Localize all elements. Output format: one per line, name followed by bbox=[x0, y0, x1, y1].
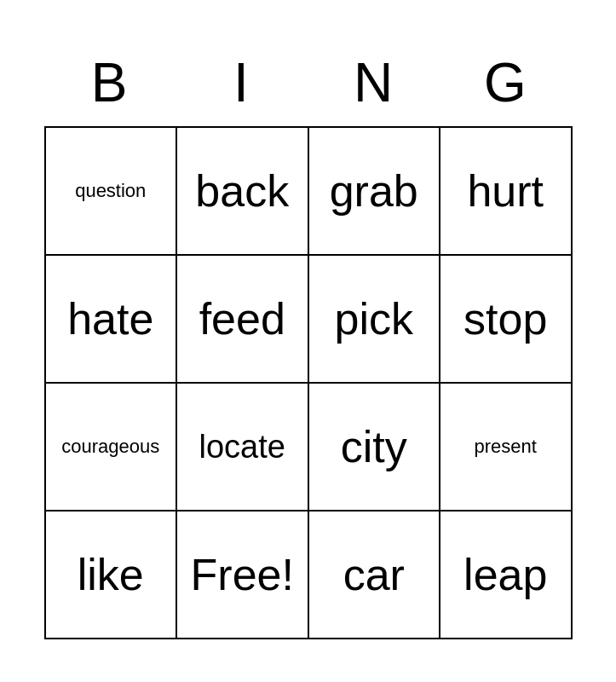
bingo-cell-r3-c0[interactable]: like bbox=[46, 512, 178, 639]
cell-text: pick bbox=[335, 293, 413, 344]
cell-text: Free! bbox=[191, 549, 294, 600]
bingo-cell-r2-c0[interactable]: courageous bbox=[46, 384, 178, 512]
header-letter: B bbox=[44, 43, 176, 126]
cell-text: question bbox=[75, 180, 146, 202]
bingo-cell-r1-c2[interactable]: pick bbox=[309, 256, 441, 384]
bingo-cell-r2-c1[interactable]: locate bbox=[177, 384, 309, 512]
bingo-cell-r3-c3[interactable]: leap bbox=[440, 512, 573, 639]
bingo-cell-r0-c0[interactable]: question bbox=[46, 128, 178, 256]
cell-text: grab bbox=[330, 165, 418, 217]
cell-text: locate bbox=[199, 429, 285, 465]
bingo-cell-r1-c3[interactable]: stop bbox=[440, 256, 573, 384]
cell-text: feed bbox=[199, 293, 285, 344]
bingo-cell-r0-c1[interactable]: back bbox=[177, 128, 309, 256]
bingo-card: BING questionbackgrabhurthatefeedpicksto… bbox=[44, 43, 573, 639]
cell-text: city bbox=[341, 421, 407, 472]
bingo-cell-r0-c2[interactable]: grab bbox=[309, 128, 441, 256]
bingo-cell-r0-c3[interactable]: hurt bbox=[440, 128, 573, 256]
cell-text: hurt bbox=[467, 165, 544, 217]
cell-text: back bbox=[195, 165, 289, 217]
header-letter: G bbox=[440, 43, 573, 126]
cell-text: car bbox=[343, 549, 405, 600]
bingo-header: BING bbox=[44, 43, 573, 126]
bingo-cell-r1-c1[interactable]: feed bbox=[177, 256, 309, 384]
bingo-cell-r3-c2[interactable]: car bbox=[309, 512, 441, 639]
cell-text: leap bbox=[463, 549, 547, 600]
bingo-cell-r2-c2[interactable]: city bbox=[309, 384, 441, 512]
bingo-cell-r2-c3[interactable]: present bbox=[440, 384, 573, 512]
header-letter: I bbox=[176, 43, 308, 126]
cell-text: courageous bbox=[61, 436, 159, 458]
cell-text: present bbox=[475, 436, 537, 458]
header-letter: N bbox=[308, 43, 440, 126]
cell-text: like bbox=[78, 549, 144, 600]
bingo-cell-r3-c1[interactable]: Free! bbox=[177, 512, 309, 639]
cell-text: hate bbox=[67, 293, 153, 344]
bingo-grid: questionbackgrabhurthatefeedpickstopcour… bbox=[44, 126, 573, 639]
bingo-cell-r1-c0[interactable]: hate bbox=[46, 256, 178, 384]
cell-text: stop bbox=[463, 293, 547, 344]
